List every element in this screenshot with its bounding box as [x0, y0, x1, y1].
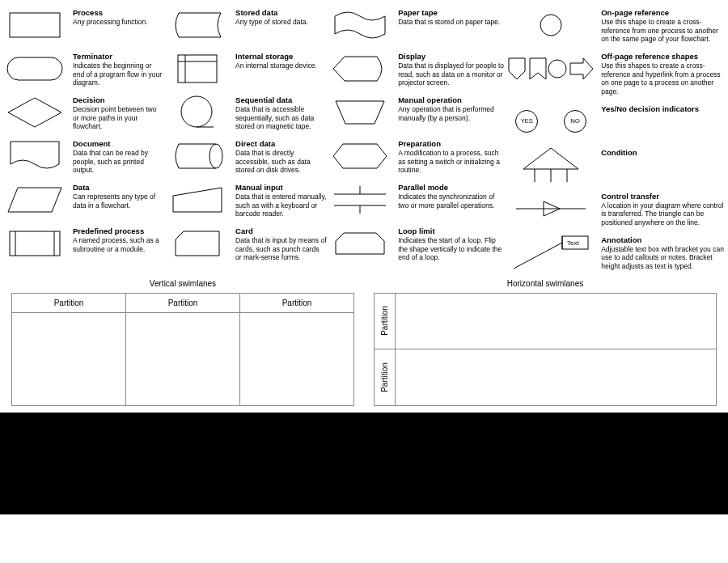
item-document: Document Data that can be read by people… — [3, 138, 164, 175]
title: Sequential data — [235, 95, 327, 104]
column-2: Stored data Any type of stored data. Int… — [166, 6, 327, 271]
desc: Indicates the synchronization of two or … — [398, 193, 506, 210]
item-internal-storage: Internal storage An internal storage dev… — [166, 50, 327, 87]
title: Manual operation — [398, 95, 506, 104]
svg-marker-21 — [336, 233, 384, 254]
svg-marker-14 — [176, 231, 219, 256]
desc: Data that can be read by people, such as… — [73, 149, 164, 175]
desc: Data that is directly accessible, such a… — [235, 149, 327, 175]
title: Preparation — [398, 139, 506, 148]
title: Yes/No decision indicators — [601, 104, 725, 113]
control-transfer-icon — [507, 190, 595, 227]
title: Manual input — [235, 183, 327, 192]
item-parallel-mode: Parallel mode Indicates the synchronizat… — [328, 181, 506, 218]
item-process: Process Any processing function. — [3, 6, 164, 44]
partition-label: Partition — [375, 349, 396, 405]
title: Terminator — [73, 52, 164, 61]
desc: Data that is accessible sequentially, su… — [235, 105, 327, 131]
preparation-icon — [328, 138, 392, 175]
terminator-icon — [3, 50, 66, 87]
item-paper-tape: Paper tape Data that is stored on paper … — [328, 6, 506, 44]
parallel-mode-icon — [328, 181, 392, 218]
desc: Data that is stored on paper tape. — [398, 18, 506, 27]
title: Off-page reference shapes — [601, 52, 725, 61]
direct-data-icon — [166, 138, 229, 175]
item-stored-data: Stored data Any type of stored data. — [166, 6, 327, 44]
no-circle: NO — [564, 110, 586, 133]
item-annotation: Text Annotation Adjustable text box with… — [507, 234, 725, 271]
title: Parallel mode — [398, 183, 506, 192]
black-bar — [0, 413, 728, 514]
vswim-lane: Partition — [126, 294, 240, 405]
svg-rect-4 — [10, 231, 60, 256]
partition-label: Partition — [375, 294, 396, 349]
partition-label: Partition — [12, 294, 125, 313]
svg-marker-23 — [509, 58, 525, 79]
paper-tape-icon — [328, 6, 392, 44]
yes-circle: YES — [515, 110, 538, 133]
manual-operation-icon — [328, 94, 392, 131]
title: Stored data — [235, 8, 327, 17]
svg-point-25 — [548, 60, 566, 78]
desc: Adjustable text box with bracket you can… — [601, 245, 725, 271]
off-page-reference-icon — [507, 50, 595, 87]
internal-storage-icon — [166, 50, 229, 87]
display-icon — [328, 50, 392, 87]
decision-icon — [3, 94, 66, 131]
svg-marker-15 — [336, 101, 384, 124]
on-page-reference-icon — [507, 6, 595, 44]
item-on-page-reference: On-page reference Use this shape to crea… — [507, 6, 725, 44]
loop-limit-icon — [328, 225, 392, 262]
svg-rect-7 — [178, 55, 217, 83]
svg-marker-13 — [173, 188, 222, 212]
annotation-label: Text — [567, 239, 579, 247]
stored-data-icon — [166, 6, 229, 44]
item-predefined-process: Predefined process A named process, such… — [3, 225, 164, 262]
item-display: Display Data that is displayed for peopl… — [328, 50, 506, 87]
horizontal-swimlanes-diagram: Partition Partition — [374, 293, 717, 406]
desc: Any processing function. — [73, 18, 164, 27]
vertical-swimlanes: Vertical swimlanes Partition Partition P… — [11, 279, 354, 406]
hswim-row: Partition — [375, 349, 716, 405]
title: Display — [398, 52, 506, 61]
title: Annotation — [601, 235, 725, 244]
horizontal-swim-title: Horizontal swimlanes — [374, 279, 717, 288]
item-direct-data: Direct data Data that is directly access… — [166, 138, 327, 175]
item-decision: Decision Decision point between two or m… — [3, 94, 164, 131]
svg-point-10 — [181, 96, 212, 127]
title: Predefined process — [73, 226, 164, 235]
swimlanes-section: Vertical swimlanes Partition Partition P… — [3, 279, 725, 413]
desc: Data that is input by means of cards, su… — [235, 236, 327, 262]
title: On-page reference — [601, 8, 725, 17]
title: Process — [73, 8, 164, 17]
vswim-lane: Partition — [12, 294, 126, 405]
yes-no-icon: YES NO — [507, 103, 595, 140]
item-condition: Condition — [507, 146, 725, 184]
item-control-transfer: Control transfer A location in your diag… — [507, 190, 725, 227]
desc: Can represents any type of data in a flo… — [73, 193, 164, 210]
desc: A modification to a process, such as set… — [398, 149, 506, 175]
title: Direct data — [235, 139, 327, 148]
item-preparation: Preparation A modification to a process,… — [328, 138, 506, 175]
svg-rect-1 — [7, 57, 62, 80]
item-loop-limit: Loop limit Indicates the start of a loop… — [328, 225, 506, 262]
horizontal-swimlanes: Horizontal swimlanes Partition Partition — [374, 279, 717, 406]
svg-point-12 — [210, 144, 222, 168]
desc: Decision point between two or more paths… — [73, 105, 164, 131]
svg-point-22 — [540, 15, 561, 36]
item-manual-operation: Manual operation Any operation that is p… — [328, 94, 506, 131]
title: Control transfer — [601, 192, 725, 201]
item-yes-no: YES NO Yes/No decision indicators — [507, 103, 725, 140]
sequential-data-icon — [166, 94, 229, 131]
partition-label: Partition — [240, 294, 353, 313]
vertical-swimlanes-diagram: Partition Partition Partition — [11, 293, 354, 406]
annotation-icon: Text — [507, 234, 595, 271]
desc: A named process, such as a subroutine or… — [73, 236, 164, 253]
desc: A location in your diagram where control… — [601, 201, 725, 227]
condition-icon — [507, 146, 595, 184]
title: Loop limit — [398, 226, 506, 235]
title: Paper tape — [398, 8, 506, 17]
desc: Any operation that is performed manually… — [398, 105, 506, 122]
desc: Use this shape to create a cross-referen… — [601, 18, 725, 44]
desc: Any type of stored data. — [235, 18, 327, 27]
